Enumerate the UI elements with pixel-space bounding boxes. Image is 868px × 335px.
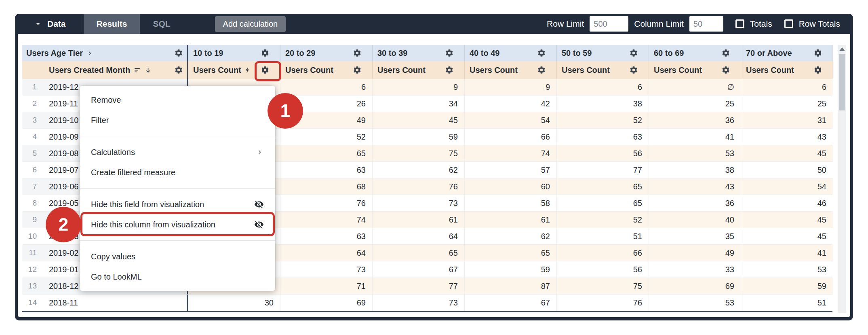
- measure-cell[interactable]: 71: [280, 278, 372, 294]
- measure-cell[interactable]: 36: [649, 112, 741, 128]
- measure-cell[interactable]: 52: [556, 112, 649, 128]
- measure-cell[interactable]: 53: [741, 261, 833, 278]
- measure-cell[interactable]: 77: [372, 278, 464, 294]
- menu-item-remove[interactable]: Remove: [80, 90, 275, 110]
- measure-cell[interactable]: 41: [649, 129, 741, 145]
- gear-icon[interactable]: [537, 66, 546, 74]
- pivot-value-header-60to69[interactable]: 60 to 69: [649, 45, 741, 61]
- measure-cell[interactable]: 76: [556, 295, 649, 311]
- measure-cell[interactable]: 50: [741, 162, 833, 178]
- measure-cell[interactable]: 66: [464, 129, 556, 145]
- measure-cell[interactable]: 34: [372, 95, 464, 112]
- pivot-value-header-70orabove[interactable]: 70 or Above: [741, 45, 833, 61]
- measure-cell[interactable]: 51: [556, 228, 649, 244]
- vertical-scrollbar[interactable]: [838, 45, 846, 313]
- measure-cell[interactable]: 38: [649, 162, 741, 178]
- menu-item-filter[interactable]: Filter: [80, 110, 275, 130]
- add-calculation-button[interactable]: Add calculation: [215, 16, 286, 32]
- menu-item-hide-field[interactable]: Hide this field from visualization: [80, 194, 275, 214]
- gear-icon[interactable]: [813, 66, 822, 74]
- measure-cell[interactable]: 25: [741, 95, 833, 112]
- gear-icon-highlighted[interactable]: [261, 66, 270, 74]
- gear-icon[interactable]: [629, 66, 638, 74]
- measure-cell[interactable]: 65: [556, 178, 649, 195]
- row-limit-input[interactable]: [590, 16, 628, 32]
- gear-icon[interactable]: [813, 49, 822, 57]
- measure-cell[interactable]: 9: [372, 79, 464, 95]
- tab-sql[interactable]: SQL: [140, 14, 183, 34]
- gear-icon[interactable]: [629, 49, 638, 57]
- measure-cell[interactable]: 46: [741, 195, 833, 211]
- dimension-field-header[interactable]: Users Created Month: [22, 61, 188, 79]
- gear-icon[interactable]: [353, 66, 362, 74]
- measure-cell[interactable]: 33: [649, 261, 741, 278]
- measure-cell[interactable]: 56: [556, 261, 649, 278]
- menu-item-copy-values[interactable]: Copy values: [80, 246, 275, 267]
- measure-cell[interactable]: 73: [280, 261, 372, 278]
- measure-cell[interactable]: 42: [464, 95, 556, 112]
- column-limit-input[interactable]: [689, 16, 723, 32]
- pivot-value-header-10to19[interactable]: 10 to 19: [188, 45, 280, 61]
- measure-cell[interactable]: 61: [372, 212, 464, 228]
- measure-cell[interactable]: 38: [556, 95, 649, 112]
- measure-cell[interactable]: 52: [556, 212, 649, 228]
- measure-cell[interactable]: 54: [741, 178, 833, 195]
- gear-icon[interactable]: [721, 49, 730, 57]
- menu-item-hide-column[interactable]: Hide this column from visualization: [80, 214, 275, 235]
- measure-header-40to49[interactable]: Users Count: [464, 61, 556, 79]
- gear-icon[interactable]: [721, 66, 730, 74]
- measure-cell[interactable]: 62: [464, 228, 556, 244]
- gear-icon[interactable]: [445, 66, 454, 74]
- measure-cell[interactable]: 62: [372, 162, 464, 178]
- scrollbar-up-arrow-icon[interactable]: [839, 47, 845, 51]
- measure-cell[interactable]: 66: [556, 245, 649, 261]
- measure-cell[interactable]: 53: [649, 295, 741, 311]
- data-section-toggle[interactable]: Data: [15, 14, 84, 34]
- measure-cell[interactable]: 65: [464, 245, 556, 261]
- measure-cell[interactable]: 75: [372, 145, 464, 161]
- menu-item-go-to-lookml[interactable]: Go to LookML: [80, 267, 275, 287]
- measure-cell[interactable]: 6: [280, 79, 372, 95]
- measure-header-60to69[interactable]: Users Count: [649, 61, 741, 79]
- measure-cell[interactable]: 36: [649, 195, 741, 211]
- measure-cell[interactable]: 73: [372, 195, 464, 211]
- measure-cell[interactable]: 76: [280, 195, 372, 211]
- measure-cell[interactable]: 64: [280, 245, 372, 261]
- pivot-value-header-50to59[interactable]: 50 to 59: [556, 45, 649, 61]
- measure-header-20to29[interactable]: Users Count: [280, 61, 372, 79]
- measure-cell[interactable]: 25: [649, 95, 741, 112]
- measure-cell[interactable]: 59: [464, 261, 556, 278]
- measure-cell[interactable]: 30: [188, 295, 280, 311]
- gear-icon[interactable]: [445, 49, 454, 57]
- measure-cell[interactable]: 65: [556, 195, 649, 211]
- measure-cell[interactable]: 49: [649, 245, 741, 261]
- measure-cell[interactable]: 54: [464, 112, 556, 128]
- measure-cell[interactable]: 45: [741, 212, 833, 228]
- measure-header-70orabove[interactable]: Users Count: [741, 61, 833, 79]
- measure-cell[interactable]: 53: [649, 145, 741, 161]
- pivot-value-header-20to29[interactable]: 20 to 29: [280, 45, 372, 61]
- measure-cell[interactable]: 61: [464, 212, 556, 228]
- measure-header-50to59[interactable]: Users Count: [556, 61, 649, 79]
- measure-cell[interactable]: 74: [464, 145, 556, 161]
- gear-icon[interactable]: [353, 49, 362, 57]
- measure-cell[interactable]: 77: [556, 162, 649, 178]
- row-totals-checkbox[interactable]: [784, 19, 793, 28]
- measure-cell[interactable]: 56: [556, 145, 649, 161]
- measure-cell[interactable]: 6: [556, 79, 649, 95]
- measure-cell[interactable]: 41: [741, 245, 833, 261]
- measure-cell[interactable]: 63: [280, 162, 372, 178]
- measure-cell[interactable]: 63: [280, 228, 372, 244]
- gear-icon[interactable]: [537, 49, 546, 57]
- pivot-value-header-40to49[interactable]: 40 to 49: [464, 45, 556, 61]
- measure-cell[interactable]: 67: [464, 295, 556, 311]
- scrollbar-thumb[interactable]: [839, 54, 845, 110]
- measure-cell[interactable]: 67: [372, 261, 464, 278]
- measure-cell[interactable]: 6: [741, 79, 833, 95]
- tab-results[interactable]: Results: [84, 14, 140, 34]
- measure-cell[interactable]: 68: [280, 178, 372, 195]
- measure-cell[interactable]: 74: [280, 212, 372, 228]
- measure-cell[interactable]: 45: [741, 145, 833, 161]
- menu-item-create-filtered-measure[interactable]: Create filtered measure: [80, 162, 275, 182]
- measure-header-10to19[interactable]: Users Count: [188, 61, 280, 79]
